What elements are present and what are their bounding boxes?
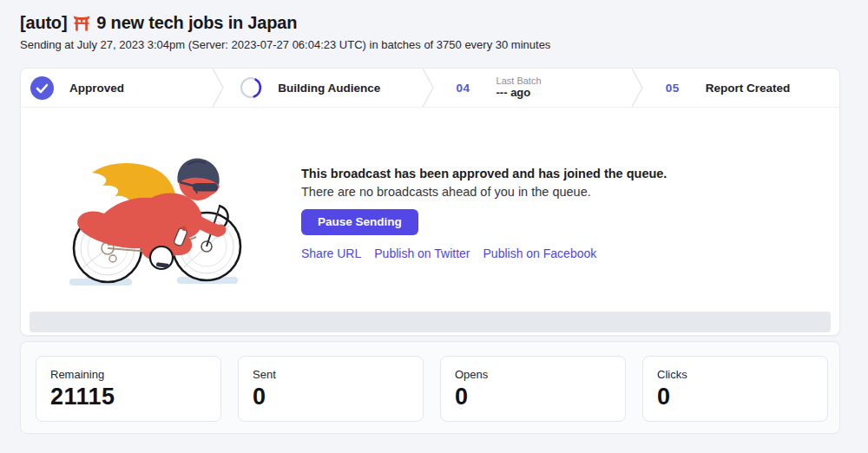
stat-label: Clicks: [657, 368, 813, 381]
torii-gate-icon: [73, 15, 90, 31]
step-building-audience-label: Building Audience: [278, 82, 380, 95]
publish-facebook-link[interactable]: Publish on Facebook: [483, 246, 597, 260]
pause-sending-button[interactable]: Pause Sending: [301, 209, 418, 235]
step-separator-icon: [630, 69, 644, 107]
check-circle-icon: [30, 76, 54, 100]
stat-label: Opens: [455, 368, 611, 381]
last-batch-value: --- ago: [496, 87, 542, 100]
step-separator-icon: [421, 69, 435, 107]
stat-value: 0: [455, 384, 611, 410]
step-last-batch-number: 04: [457, 82, 470, 95]
progress-steps: Approved Building Audience 04 Last Batch…: [21, 69, 839, 108]
step-building-audience: Building Audience: [225, 69, 420, 107]
broadcast-status-card: Approved Building Audience 04 Last Batch…: [20, 68, 840, 336]
step-last-batch: 04 Last Batch --- ago: [435, 69, 630, 107]
last-batch-title: Last Batch: [496, 76, 542, 87]
share-links: Share URL Publish on Twitter Publish on …: [301, 246, 667, 260]
cyclist-illustration: [49, 140, 266, 289]
stat-card-clicks: Clicks 0: [642, 356, 828, 422]
sending-schedule: Sending at July 27, 2023 3:04pm (Server:…: [20, 38, 848, 52]
title-main: 9 new tech jobs in Japan: [96, 11, 297, 34]
step-report-created-label: Report Created: [706, 82, 791, 95]
stat-card-sent: Sent 0: [238, 356, 424, 422]
step-approved: Approved: [21, 69, 211, 107]
queue-message-primary: This broadcast has been approved and has…: [301, 165, 667, 183]
title-prefix: [auto]: [20, 11, 67, 34]
publish-twitter-link[interactable]: Publish on Twitter: [374, 246, 470, 260]
stat-card-opens: Opens 0: [440, 356, 626, 422]
spinner-icon: [240, 76, 262, 99]
stat-value: 0: [253, 384, 409, 410]
share-url-link[interactable]: Share URL: [301, 246, 361, 260]
step-report-created-number: 05: [666, 82, 680, 95]
page-title: [auto] 9 new tech jobs in Japan: [20, 11, 848, 34]
stat-label: Remaining: [50, 368, 207, 381]
glasses: [193, 183, 218, 192]
broadcast-header: [auto] 9 new tech jobs in Japan Sending …: [20, 11, 848, 52]
step-approved-label: Approved: [69, 82, 124, 95]
step-separator-icon: [211, 69, 225, 107]
queue-message-secondary: There are no broadcasts ahead of you in …: [301, 183, 667, 201]
step-report-created: 05 Report Created: [644, 69, 839, 107]
stat-value: 0: [657, 384, 813, 410]
stat-label: Sent: [253, 368, 409, 381]
stat-card-remaining: Remaining 21115: [36, 356, 221, 422]
sending-progress-bar: [30, 312, 831, 332]
stats-panel: Remaining 21115 Sent 0 Opens 0 Clicks 0: [20, 341, 840, 434]
stat-value: 21115: [50, 384, 207, 410]
